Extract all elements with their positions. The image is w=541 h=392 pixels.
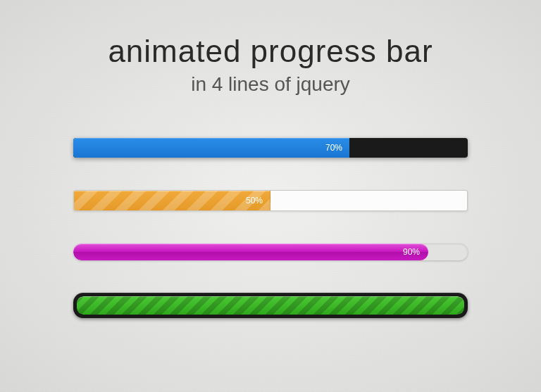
progress-bar-1-label: 70% <box>325 143 342 153</box>
progress-bar-1-fill: 70% <box>73 138 349 158</box>
progress-bar-2: 50% <box>73 190 468 211</box>
progress-bar-4 <box>73 293 468 318</box>
progress-bar-3-fill: 90% <box>73 244 428 260</box>
progress-bar-3-label: 90% <box>403 247 420 257</box>
progress-bar-2-fill: 50% <box>74 191 270 210</box>
progress-bar-3: 90% <box>73 244 468 260</box>
page-title: animated progress bar <box>0 34 541 69</box>
heading: animated progress bar in 4 lines of jque… <box>0 34 541 96</box>
progress-bar-4-inner <box>77 296 464 315</box>
progress-bar-1: 70% <box>73 138 468 158</box>
progress-bar-4-fill <box>77 296 464 315</box>
page-subtitle: in 4 lines of jquery <box>0 73 541 96</box>
progress-bars-container: 70% 50% 90% <box>73 138 468 318</box>
progress-bar-2-label: 50% <box>246 196 263 206</box>
